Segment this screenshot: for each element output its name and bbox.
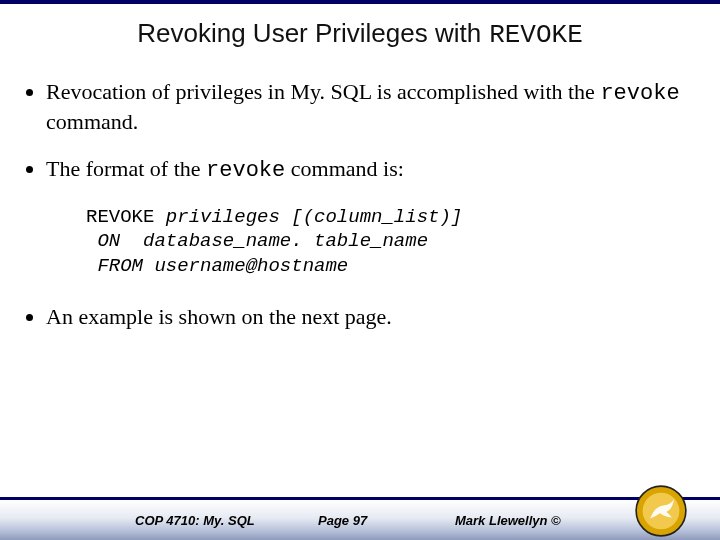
code-line1-keyword: REVOKE xyxy=(86,206,154,228)
bullet-1-post: command. xyxy=(46,109,138,134)
footer-course: COP 4710: My. SQL xyxy=(135,513,255,528)
code-line2-keyword: ON xyxy=(86,230,120,252)
bullet-3: An example is shown on the next page. xyxy=(46,303,696,331)
bullet-2-code: revoke xyxy=(206,158,285,183)
bullet-3-text: An example is shown on the next page. xyxy=(46,304,392,329)
code-block: REVOKE privileges [(column_list)] ON dat… xyxy=(86,205,696,279)
bullet-list: Revocation of privileges in My. SQL is a… xyxy=(24,78,696,185)
bullet-2-post: command is: xyxy=(285,156,404,181)
bullet-1: Revocation of privileges in My. SQL is a… xyxy=(46,78,696,135)
ucf-pegasus-logo xyxy=(634,484,688,538)
slide-footer: COP 4710: My. SQL Page 97 Mark Llewellyn… xyxy=(0,480,720,540)
slide-title: Revoking User Privileges with REVOKE xyxy=(0,18,720,50)
code-line2-rest: database_name. table_name xyxy=(120,230,428,252)
footer-author: Mark Llewellyn © xyxy=(455,513,561,528)
title-text-sans: Revoking User Privileges with xyxy=(137,18,481,49)
slide: Revoking User Privileges with REVOKE Rev… xyxy=(0,0,720,540)
bullet-1-code: revoke xyxy=(600,81,679,106)
top-divider xyxy=(0,0,720,4)
title-text-mono: REVOKE xyxy=(489,20,583,50)
code-line1-rest: privileges [(column_list)] xyxy=(154,206,462,228)
code-line3-rest: username@hostname xyxy=(143,255,348,277)
code-line3-keyword: FROM xyxy=(86,255,143,277)
footer-page: Page 97 xyxy=(318,513,367,528)
bullet-list-2: An example is shown on the next page. xyxy=(24,303,696,331)
bullet-2: The format of the revoke command is: xyxy=(46,155,696,185)
bullet-1-pre: Revocation of privileges in My. SQL is a… xyxy=(46,79,600,104)
bullet-2-pre: The format of the xyxy=(46,156,206,181)
slide-body: Revocation of privileges in My. SQL is a… xyxy=(24,78,696,330)
